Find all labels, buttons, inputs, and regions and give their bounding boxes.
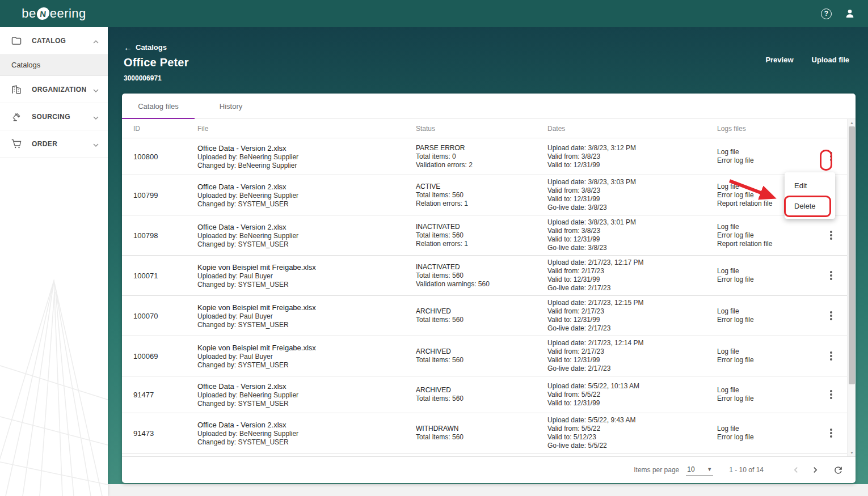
log-file-link-error-log-file[interactable]: Error log file bbox=[717, 316, 823, 324]
logs-cell: Log fileError log file bbox=[717, 148, 823, 165]
date-line: Upload date: 5/5/22, 10:13 AM bbox=[547, 382, 717, 391]
kebab-icon bbox=[830, 351, 832, 354]
menu-item-edit[interactable]: Edit bbox=[785, 175, 835, 196]
sidebar-item-catalog[interactable]: CATALOG bbox=[0, 27, 108, 54]
file-uploaded-by: Uploaded by: Paul Buyer bbox=[197, 353, 416, 361]
file-uploaded-by: Uploaded by: BeNeering Supplier bbox=[197, 430, 416, 438]
kebab-icon bbox=[830, 390, 832, 392]
tab-history[interactable]: History bbox=[195, 94, 267, 118]
catalog-number: 3000006971 bbox=[124, 74, 189, 82]
gavel-icon bbox=[11, 112, 22, 122]
chevron-down-icon bbox=[93, 112, 99, 122]
file-changed-by: Changed by: BeNeering Supplier bbox=[197, 162, 416, 170]
log-file-link-error-log-file[interactable]: Error log file bbox=[717, 275, 823, 284]
log-file-link-report-relation-file[interactable]: Report relation file bbox=[717, 240, 823, 248]
help-icon[interactable]: ? bbox=[821, 9, 832, 19]
file-cell: Office Data - Version 2.xlsxUploaded by:… bbox=[197, 182, 416, 209]
date-line: Valid to: 12/31/99 bbox=[547, 195, 717, 204]
sidebar: CATALOGCatalogsORGANIZATIONSOURCINGORDER bbox=[0, 27, 108, 496]
scrollbar-up-arrow-icon[interactable]: ▲ bbox=[848, 119, 856, 126]
refresh-button[interactable] bbox=[828, 460, 848, 480]
previous-page-button[interactable] bbox=[786, 460, 806, 480]
status-line: Relation errors: 1 bbox=[416, 240, 547, 248]
date-line: Go-live date: 5/5/22 bbox=[547, 442, 717, 450]
file-uploaded-by: Uploaded by: BeNeering Supplier bbox=[197, 391, 416, 400]
logs-cell: Log fileError log file bbox=[717, 347, 823, 364]
row-id: 91477 bbox=[133, 391, 197, 399]
logs-cell: Log fileError log file bbox=[717, 386, 823, 403]
row-menu-button[interactable] bbox=[823, 307, 840, 324]
file-name: Office Data - Version 2.xlsx bbox=[197, 143, 416, 153]
date-line: Go-live date: 2/17/23 bbox=[547, 324, 717, 333]
table-row: 91477Office Data - Version 2.xlsxUploade… bbox=[122, 376, 847, 413]
scrollbar-thumb[interactable] bbox=[849, 126, 855, 384]
dates-cell: Upload date: 5/5/22, 9:43 AMValid from: … bbox=[547, 416, 717, 450]
status-line: Total items: 560 bbox=[416, 316, 547, 324]
file-cell: Office Data - Version 2.xlsxUploaded by:… bbox=[197, 143, 416, 170]
kebab-icon bbox=[830, 231, 832, 233]
file-uploaded-by: Uploaded by: BeNeering Supplier bbox=[197, 232, 416, 240]
status-label: WITHDRAWN bbox=[416, 425, 547, 433]
back-link[interactable]: ← Catalogs bbox=[124, 43, 189, 52]
file-name: Kopie von Beispiel mit Freigabe.xlsx bbox=[197, 262, 416, 272]
file-name: Kopie von Beispiel mit Freigabe.xlsx bbox=[197, 343, 416, 353]
scrollbar-down-arrow-icon[interactable]: ▼ bbox=[848, 449, 856, 456]
date-line: Upload date: 2/17/23, 12:15 PM bbox=[547, 299, 717, 307]
log-file-link-error-log-file[interactable]: Error log file bbox=[717, 433, 823, 442]
row-menu-button[interactable] bbox=[823, 148, 840, 165]
log-file-link-error-log-file[interactable]: Error log file bbox=[717, 231, 823, 240]
status-line: Validation errors: 2 bbox=[416, 161, 547, 169]
row-menu-button[interactable] bbox=[823, 386, 840, 403]
date-line: Upload date: 3/8/23, 3:01 PM bbox=[547, 218, 717, 227]
file-name: Office Data - Version 2.xlsx bbox=[197, 381, 416, 391]
row-menu-button[interactable] bbox=[823, 347, 840, 364]
log-file-link-log-file[interactable]: Log file bbox=[717, 307, 823, 316]
preview-button[interactable]: Preview bbox=[765, 56, 793, 64]
main-content: ← Catalogs Office Peter 3000006971 Previ… bbox=[108, 27, 868, 496]
file-changed-by: Changed by: SYSTEM_USER bbox=[197, 400, 416, 408]
col-header-dates: Dates bbox=[547, 125, 717, 133]
row-menu-button[interactable] bbox=[823, 227, 840, 244]
row-menu-button[interactable] bbox=[823, 425, 840, 442]
page-title: Office Peter bbox=[124, 56, 189, 69]
log-file-link-error-log-file[interactable]: Error log file bbox=[717, 156, 823, 165]
log-file-link-log-file[interactable]: Log file bbox=[717, 148, 823, 156]
log-file-link-error-log-file[interactable]: Error log file bbox=[717, 395, 823, 403]
upload-file-button[interactable]: Upload file bbox=[812, 56, 849, 64]
date-line: Go-live date: 2/17/23 bbox=[547, 364, 717, 373]
log-file-link-log-file[interactable]: Log file bbox=[717, 425, 823, 433]
file-cell: Office Data - Version 2.xlsxUploaded by:… bbox=[197, 381, 416, 408]
file-changed-by: Changed by: SYSTEM_USER bbox=[197, 361, 416, 370]
user-icon[interactable] bbox=[844, 8, 856, 19]
row-id: 100799 bbox=[133, 191, 197, 200]
table-row: 91473Office Data - Version 2.xlsxUploade… bbox=[122, 413, 847, 453]
tab-catalog-files[interactable]: Catalog files bbox=[122, 94, 195, 118]
date-line: Valid from: 5/5/22 bbox=[547, 391, 717, 399]
file-changed-by: Changed by: SYSTEM_USER bbox=[197, 240, 416, 249]
log-file-link-log-file[interactable]: Log file bbox=[717, 347, 823, 356]
col-header-file: File bbox=[197, 125, 416, 133]
row-id: 100070 bbox=[133, 312, 197, 320]
log-file-link-log-file[interactable]: Log file bbox=[717, 386, 823, 395]
next-page-button[interactable] bbox=[806, 460, 825, 480]
items-per-page-select[interactable]: 10 ▼ bbox=[686, 464, 713, 476]
app-logo: be N eering bbox=[0, 0, 108, 27]
table-footer: Items per page 10 ▼ 1 - 10 of 14 bbox=[122, 456, 856, 483]
sidebar-item-organization[interactable]: ORGANIZATION bbox=[0, 76, 108, 103]
menu-item-delete[interactable]: Delete bbox=[785, 196, 835, 216]
log-file-link-error-log-file[interactable]: Error log file bbox=[717, 356, 823, 364]
table-row: 100798Office Data - Version 2.xlsxUpload… bbox=[122, 215, 847, 256]
file-changed-by: Changed by: SYSTEM_USER bbox=[197, 281, 416, 289]
log-file-link-log-file[interactable]: Log file bbox=[717, 267, 823, 275]
sidebar-subitem-catalogs[interactable]: Catalogs bbox=[0, 54, 108, 76]
sidebar-item-sourcing[interactable]: SOURCING bbox=[0, 103, 108, 130]
col-header-logs: Logs files bbox=[717, 125, 823, 133]
table-scrollbar[interactable]: ▲ ▼ bbox=[847, 119, 856, 456]
log-file-link-log-file[interactable]: Log file bbox=[717, 223, 823, 231]
row-menu-button[interactable] bbox=[823, 267, 840, 284]
building-icon bbox=[11, 84, 22, 95]
logo-text-pre: be bbox=[22, 6, 36, 21]
sidebar-item-order[interactable]: ORDER bbox=[0, 130, 108, 158]
date-line: Go-live date: 3/8/23 bbox=[547, 244, 717, 252]
status-line: Total items: 560 bbox=[416, 395, 547, 403]
